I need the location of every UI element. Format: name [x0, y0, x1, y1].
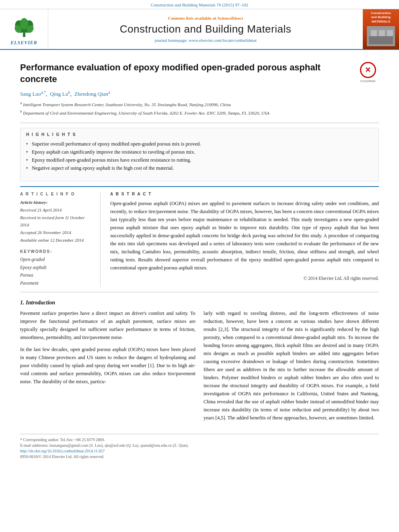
corresponding-author-note: * Corresponding author. Tel./fax: +86 25…: [20, 438, 379, 442]
article-history: Article history: Received 21 April 2014 …: [20, 199, 94, 244]
article-history-section: A R T I C L E I N F O Article history: R…: [20, 192, 94, 244]
divider-blue: [20, 186, 379, 187]
article-title-row: Performance evaluation of epoxy modified…: [20, 62, 379, 85]
journal-title-center: Contents lists available at ScienceDirec…: [48, 9, 363, 49]
elsevier-logo-image: [6, 18, 42, 40]
intro-para-1: Pavement surface properties have a direc…: [20, 309, 195, 341]
info-abstract-columns: A R T I C L E I N F O Article history: R…: [20, 192, 379, 287]
sciencedirect-brand[interactable]: ScienceDirect: [217, 16, 243, 21]
svg-rect-9: [379, 30, 385, 36]
affiliation-1: a Intelligent Transport System Research …: [20, 101, 379, 108]
abstract-label: A B S T R A C T: [110, 192, 379, 196]
journal-header: ELSEVIER Contents lists available at Sci…: [0, 9, 399, 50]
keyword-4: Pavement: [20, 279, 94, 288]
author-1: Sang Luoa,*,: [20, 91, 50, 97]
divider-1: [20, 123, 379, 123]
email-addresses: E-mail addresses: luosangseu@gmail.com (…: [20, 443, 379, 448]
journal-homepage-url[interactable]: www.elsevier.com/locate/conbuildmat: [189, 38, 257, 43]
page-footer: * Corresponding author. Tel./fax: +86 25…: [20, 434, 379, 459]
abstract-text: Open-graded porous asphalt (OGPA) mixes …: [110, 199, 379, 272]
highlights-list: Superior overall performance of epoxy mo…: [26, 140, 373, 172]
abstract-column: A B S T R A C T Open-graded porous aspha…: [109, 192, 379, 287]
highlight-item-1: Superior overall performance of epoxy mo…: [26, 140, 373, 148]
highlight-item-3: Epoxy modified open-graded porous mixes …: [26, 156, 373, 164]
authors-line: Sang Luoa,*, Qing Lub, Zhendong Qiana: [20, 90, 379, 97]
affiliation-2: b Department of Civil and Environmental …: [20, 109, 379, 116]
crossmark-label: CrossMark: [360, 79, 376, 83]
cover-photo: [367, 26, 395, 46]
accepted-date: Accepted 26 November 2014: [20, 230, 71, 235]
crossmark-badge[interactable]: ✕ CrossMark: [357, 62, 379, 83]
copyright-line: © 2014 Elsevier Ltd. All rights reserved…: [110, 276, 379, 281]
doi-link[interactable]: http://dx.doi.org/10.1016/j.conbuildmat.…: [20, 449, 379, 453]
journal-citation-bar: Construction and Building Materials 76 (…: [0, 0, 399, 9]
highlight-item-2: Epoxy asphalt can significantly improve …: [26, 148, 373, 156]
svg-rect-10: [387, 30, 393, 36]
author-2: Qing Lub,: [50, 91, 74, 97]
issn-line: 0950-0618/© 2014 Elsevier Ltd. All right…: [20, 454, 379, 459]
article-info-column: A R T I C L E I N F O Article history: R…: [20, 192, 101, 287]
sciencedirect-link: Contents lists available at ScienceDirec…: [168, 16, 243, 21]
svg-rect-7: [369, 36, 393, 44]
introduction-section: 1. Introduction Pavement surface propert…: [20, 300, 379, 426]
affiliations: a Intelligent Transport System Research …: [20, 101, 379, 116]
keyword-2: Epoxy asphalt: [20, 264, 94, 272]
intro-heading: 1. Introduction: [20, 300, 379, 306]
svg-point-3: [20, 18, 28, 29]
intro-para-3: larly with regard to raveling distress, …: [204, 309, 379, 422]
article-title: Performance evaluation of epoxy modified…: [20, 62, 351, 85]
intro-col-right: larly with regard to raveling distress, …: [204, 309, 379, 426]
keyword-3: Porous: [20, 271, 94, 279]
available-online-date: Available online 12 December 2014: [20, 238, 84, 242]
journal-cover-image: Constructionand BuildingMATERIALS: [363, 9, 399, 49]
journal-main-title: Construction and Building Materials: [120, 23, 292, 35]
divider-2: [20, 292, 379, 292]
keywords-label: Keywords:: [20, 249, 94, 254]
elsevier-tree-icon: [6, 18, 42, 40]
history-label: Article history:: [20, 200, 47, 205]
intro-columns: Pavement surface properties have a direc…: [20, 309, 379, 426]
highlights-box: H I G H L I G H T S Superior overall per…: [20, 128, 379, 181]
highlight-item-4: Negative aspect of using epoxy asphalt i…: [26, 164, 373, 172]
received-date: Received 21 April 2014: [20, 207, 62, 212]
keywords-section: Keywords: Open-graded Epoxy asphalt Poro…: [20, 249, 94, 287]
svg-rect-8: [371, 30, 377, 36]
crossmark-icon: ✕: [365, 66, 371, 74]
cover-title: Constructionand BuildingMATERIALS: [371, 11, 391, 24]
journal-homepage: journal homepage: www.elsevier.com/locat…: [154, 38, 256, 43]
highlights-label: H I G H L I G H T S: [26, 132, 373, 137]
page: Construction and Building Materials 76 (…: [0, 0, 399, 532]
article-info-label: A R T I C L E I N F O: [20, 192, 94, 196]
elsevier-logo: ELSEVIER: [0, 9, 48, 49]
intro-para-2: In the last few decades, open graded por…: [20, 345, 195, 386]
main-content: Performance evaluation of epoxy modified…: [0, 50, 399, 468]
intro-col-left: Pavement surface properties have a direc…: [20, 309, 195, 426]
keyword-1: Open-graded: [20, 256, 94, 264]
journal-citation-text: Construction and Building Materials 76 (…: [151, 2, 249, 7]
elsevier-wordmark: ELSEVIER: [10, 40, 37, 46]
crossmark-logo[interactable]: ✕: [360, 62, 376, 78]
revised-date: Received in revised form 11 October 2014: [20, 215, 84, 228]
author-3: Zhendong Qiana: [74, 91, 110, 97]
